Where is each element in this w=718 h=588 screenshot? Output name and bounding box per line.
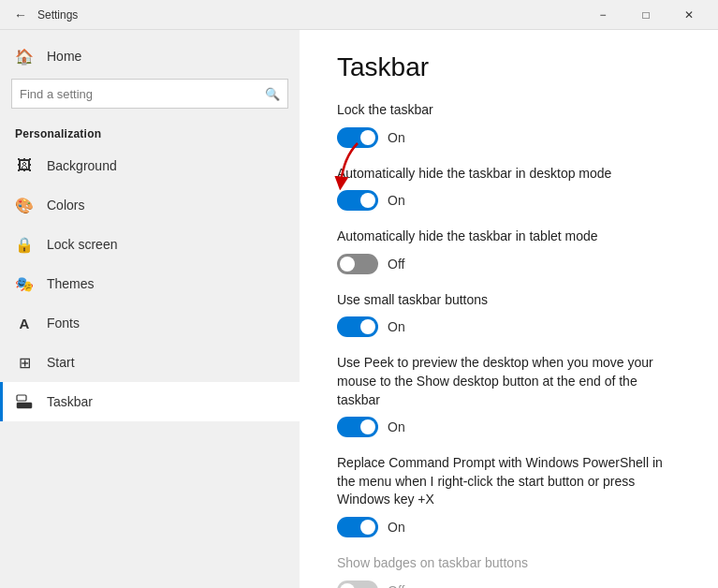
toggle-row-lock-taskbar: On	[337, 127, 681, 148]
sidebar-item-label: Lock screen	[47, 237, 117, 252]
toggle-row-replace-cmd: On	[337, 517, 681, 537]
sidebar-home-button[interactable]: 🏠 Home	[0, 37, 300, 75]
search-input[interactable]	[20, 87, 265, 101]
close-button[interactable]: ✕	[667, 0, 711, 30]
toggle-thumb	[360, 520, 375, 535]
sidebar-item-fonts[interactable]: A Fonts	[0, 303, 300, 343]
fonts-icon: A	[15, 314, 34, 332]
toggle-lock-taskbar[interactable]	[337, 127, 378, 148]
setting-label-replace-cmd: Replace Command Prompt with Windows Powe…	[337, 454, 681, 509]
toggle-state-replace-cmd: On	[388, 520, 405, 535]
toggle-row-small-buttons: On	[337, 316, 681, 337]
toggle-row-show-badges: Off	[337, 581, 681, 588]
sidebar: 🏠 Home 🔍 Personalization 🖼 Background 🎨 …	[0, 30, 300, 588]
setting-hide-tablet: Automatically hide the taskbar in tablet…	[337, 228, 681, 274]
toggle-row-peek-preview: On	[337, 417, 681, 437]
themes-icon: 🎭	[15, 274, 34, 293]
setting-show-badges: Show badges on taskbar buttons Off	[337, 554, 681, 588]
sidebar-item-lock-screen[interactable]: 🔒 Lock screen	[0, 225, 300, 264]
toggle-state-lock-taskbar: On	[388, 130, 405, 145]
home-icon: 🏠	[15, 47, 34, 66]
title-bar: ← Settings − □ ✕	[0, 0, 718, 30]
colors-icon: 🎨	[15, 196, 34, 214]
svg-rect-1	[17, 395, 26, 401]
sidebar-item-taskbar[interactable]: Taskbar	[0, 382, 300, 421]
lock-screen-icon: 🔒	[15, 235, 34, 254]
home-label: Home	[47, 49, 81, 64]
toggle-thumb	[340, 257, 355, 272]
title-bar-title: Settings	[37, 8, 78, 22]
setting-label-hide-desktop: Automatically hide the taskbar in deskto…	[337, 165, 681, 184]
taskbar-icon	[15, 392, 34, 411]
setting-label-peek-preview: Use Peek to preview the desktop when you…	[337, 354, 681, 409]
sidebar-item-label: Start	[47, 355, 75, 370]
setting-peek-preview: Use Peek to preview the desktop when you…	[337, 354, 681, 437]
sidebar-item-themes[interactable]: 🎭 Themes	[0, 264, 300, 303]
sidebar-section-label: Personalization	[0, 120, 300, 146]
start-icon: ⊞	[15, 353, 34, 372]
setting-small-buttons: Use small taskbar buttons On	[337, 291, 681, 338]
setting-label-hide-tablet: Automatically hide the taskbar in tablet…	[337, 228, 681, 246]
toggle-hide-tablet[interactable]	[337, 254, 378, 274]
toggle-thumb	[360, 419, 375, 434]
back-button[interactable]: ←	[7, 2, 34, 28]
setting-hide-desktop: Automatically hide the taskbar in deskto…	[337, 165, 681, 212]
sidebar-item-label: Fonts	[47, 316, 80, 331]
toggle-state-peek-preview: On	[388, 419, 405, 434]
toggle-small-buttons[interactable]	[337, 316, 378, 337]
toggle-peek-preview[interactable]	[337, 417, 378, 437]
window-controls: − □ ✕	[581, 0, 711, 30]
toggle-thumb	[340, 583, 355, 588]
svg-rect-0	[17, 403, 32, 408]
minimize-button[interactable]: −	[581, 0, 624, 30]
toggle-state-hide-desktop: On	[388, 193, 405, 208]
search-icon: 🔍	[265, 87, 280, 101]
setting-label-show-badges: Show badges on taskbar buttons	[337, 554, 681, 573]
sidebar-search-container: 🔍	[11, 79, 288, 109]
toggle-state-show-badges: Off	[388, 583, 404, 588]
sidebar-item-label: Colors	[47, 198, 84, 213]
sidebar-item-start[interactable]: ⊞ Start	[0, 343, 300, 382]
content-area: Taskbar Lock the taskbar On Automaticall…	[300, 30, 718, 588]
setting-label-lock-taskbar: Lock the taskbar	[337, 101, 681, 120]
toggle-thumb	[360, 130, 375, 145]
toggle-thumb	[360, 193, 375, 208]
setting-label-small-buttons: Use small taskbar buttons	[337, 291, 681, 310]
sidebar-item-label: Background	[47, 158, 117, 173]
toggle-state-small-buttons: On	[388, 319, 405, 334]
sidebar-item-background[interactable]: 🖼 Background	[0, 146, 300, 185]
main-layout: 🏠 Home 🔍 Personalization 🖼 Background 🎨 …	[0, 30, 718, 588]
setting-lock-taskbar: Lock the taskbar On	[337, 101, 681, 148]
background-icon: 🖼	[15, 156, 34, 175]
sidebar-item-label: Themes	[47, 276, 95, 291]
toggle-row-hide-desktop: On	[337, 190, 681, 211]
toggle-replace-cmd[interactable]	[337, 517, 378, 537]
toggle-state-hide-tablet: Off	[388, 257, 404, 272]
toggle-hide-desktop[interactable]	[337, 190, 378, 211]
toggle-row-hide-tablet: Off	[337, 254, 681, 274]
maximize-button[interactable]: □	[624, 0, 667, 30]
page-title: Taskbar	[337, 52, 681, 82]
sidebar-item-colors[interactable]: 🎨 Colors	[0, 185, 300, 225]
setting-replace-cmd: Replace Command Prompt with Windows Powe…	[337, 454, 681, 537]
toggle-show-badges	[337, 581, 378, 588]
sidebar-item-label: Taskbar	[47, 394, 93, 409]
toggle-thumb	[360, 319, 375, 334]
